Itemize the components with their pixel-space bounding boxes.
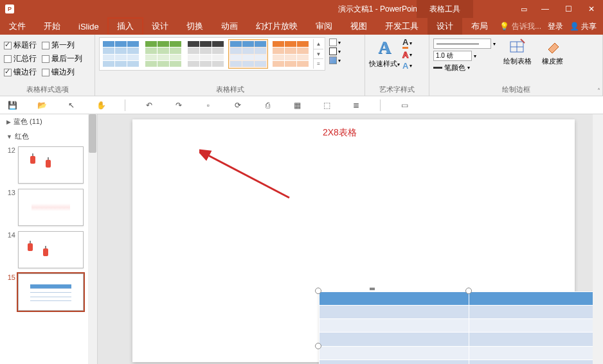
tab-table-layout[interactable]: 布局 (462, 18, 497, 35)
gallery-more-icon[interactable]: ≡ (314, 59, 323, 69)
table-style-5[interactable] (271, 39, 310, 69)
pen-icon (433, 67, 442, 69)
close-button[interactable]: ✕ (580, 0, 603, 18)
gallery-up-icon[interactable]: ▲ (314, 39, 323, 49)
slide-thumb-12[interactable]: 12 (0, 144, 97, 186)
section-icon[interactable]: ▭ (399, 100, 410, 111)
check-banded-row[interactable]: 镶边行 (4, 67, 37, 78)
app-icon: P (5, 4, 14, 13)
maximize-button[interactable]: ☐ (557, 0, 580, 18)
tab-review[interactable]: 审阅 (307, 18, 341, 35)
draw-table-icon (509, 37, 526, 55)
tab-view[interactable]: 视图 (341, 18, 376, 35)
caret-down-icon: ▼ (6, 134, 12, 140)
pen-width-dropdown[interactable]: 1.0 磅▾ (433, 51, 496, 61)
text-fill-button[interactable]: A▾ (402, 37, 412, 49)
tab-developer[interactable]: 开发工具 (376, 18, 428, 35)
caret-right-icon: ▶ (6, 119, 11, 125)
canvas-scrollbar[interactable] (593, 114, 603, 364)
tell-me-search[interactable]: 💡告诉我... (500, 21, 541, 32)
quick-access-toolbar: 💾 📂 ↖ ✋ ↶ ↷ ▫ ⟳ ⎙ ▦ ⬚ ≣ ▭ (0, 96, 603, 114)
canvas-area[interactable]: 2X8表格 (98, 114, 603, 364)
resize-handle[interactable] (465, 288, 472, 294)
effects-button[interactable]: ▾ (329, 56, 341, 64)
check-banded-col[interactable]: 镶边列 (42, 67, 82, 78)
title-bar: P 演示文稿1 - PowerPoint 表格工具 ▭ — ☐ ✕ (0, 0, 603, 18)
table-style-1[interactable] (101, 39, 141, 69)
text-outline-button[interactable]: A▾ (402, 50, 412, 60)
annotation-text: 2X8表格 (323, 127, 357, 139)
slide-panel: ▶蓝色 (11) ▼红色 12 13 14 15 (0, 114, 98, 364)
bulb-icon: 💡 (500, 22, 509, 31)
table-style-2[interactable] (143, 39, 183, 69)
borders-icon (329, 48, 337, 55)
tab-islide[interactable]: iSlide (69, 18, 108, 35)
grid-icon[interactable]: ▦ (291, 100, 303, 111)
group-label-options: 表格样式选项 (4, 83, 91, 94)
menu-bar: 文件 开始 iSlide 插入 设计 切换 动画 幻灯片放映 审阅 视图 开发工… (0, 18, 603, 35)
text-effects-button[interactable]: A▾ (402, 61, 412, 71)
slide-thumb-14[interactable]: 14 (0, 229, 97, 271)
table-styles-gallery[interactable]: ▲ ▼ ≡ (99, 37, 325, 71)
pen-color-button[interactable]: 笔颜色▾ (433, 63, 496, 73)
tab-slideshow[interactable]: 幻灯片放映 (247, 18, 307, 35)
refresh-icon[interactable]: ⟳ (232, 100, 244, 111)
resize-handle[interactable] (315, 343, 321, 349)
share-button[interactable]: 👤共享 (570, 21, 597, 32)
contextual-tab-label: 表格工具 (417, 0, 473, 18)
resize-handle[interactable] (315, 288, 321, 294)
new-slide-icon[interactable]: ▫ (203, 100, 214, 111)
print-icon[interactable]: ⎙ (262, 100, 273, 111)
slide-thumb-15[interactable]: 15 (0, 271, 97, 313)
open-folder-icon[interactable]: 📂 (36, 100, 48, 111)
check-header-row[interactable]: 标题行 (4, 40, 37, 51)
save-icon[interactable]: 💾 (6, 100, 18, 111)
minimize-button[interactable]: — (534, 0, 557, 18)
tab-animation[interactable]: 动画 (212, 18, 247, 35)
table-style-4[interactable] (228, 39, 268, 69)
gallery-down-icon[interactable]: ▼ (314, 49, 323, 60)
group-label-wordart: 艺术字样式 (369, 83, 425, 94)
draw-table-button[interactable]: 绘制表格 (501, 37, 534, 66)
wordart-a-icon: A (378, 37, 391, 58)
ribbon-options-icon[interactable]: ▭ (514, 0, 534, 18)
ribbon: 标题行 汇总行 镶边行 第一列 最后一列 镶边列 表格样式选项 ▲ (0, 35, 603, 96)
align-icon[interactable]: ≣ (350, 100, 362, 111)
tab-design[interactable]: 设计 (143, 18, 177, 35)
panel-scrollbar[interactable] (88, 114, 97, 364)
redo-icon[interactable]: ↷ (173, 100, 184, 111)
slide-thumb-13[interactable]: 13 (0, 186, 97, 229)
undo-icon[interactable]: ↶ (143, 100, 155, 111)
tab-insert[interactable]: 插入 (108, 18, 143, 35)
collapse-ribbon-icon[interactable]: ˄ (597, 87, 600, 94)
eraser-button[interactable]: 橡皮擦 (539, 37, 566, 66)
login-button[interactable]: 登录 (548, 21, 563, 32)
borders-button[interactable]: ▾ (329, 48, 341, 55)
tab-transition[interactable]: 切换 (177, 18, 212, 35)
group-label-borders: 绘制边框 (433, 83, 598, 94)
quick-style-button[interactable]: 快速样式▾ (369, 59, 400, 69)
outline-blue[interactable]: ▶蓝色 (11) (0, 114, 97, 129)
bucket-icon (329, 39, 337, 46)
cursor-icon[interactable]: ↖ (66, 100, 77, 111)
check-first-col[interactable]: 第一列 (42, 40, 82, 51)
outline-red[interactable]: ▼红色 (0, 129, 97, 144)
group-label-styles: 表格样式 (99, 83, 361, 94)
table-style-3[interactable] (186, 39, 226, 69)
pen-style-dropdown[interactable]: ▾ (433, 39, 496, 49)
effects-icon (329, 56, 337, 64)
ruler-icon[interactable]: ⬚ (321, 100, 332, 111)
hand-icon[interactable]: ✋ (95, 100, 107, 111)
check-last-col[interactable]: 最后一列 (42, 53, 82, 64)
share-icon: 👤 (570, 22, 579, 31)
shading-button[interactable]: ▾ (329, 39, 341, 46)
slide-table[interactable] (319, 291, 603, 364)
tab-file[interactable]: 文件 (0, 18, 35, 35)
eraser-icon (544, 37, 562, 55)
tab-home[interactable]: 开始 (35, 18, 69, 35)
column-divider-marker[interactable] (372, 290, 373, 364)
check-total-row[interactable]: 汇总行 (4, 53, 37, 64)
tab-table-design[interactable]: 设计 (428, 18, 462, 35)
